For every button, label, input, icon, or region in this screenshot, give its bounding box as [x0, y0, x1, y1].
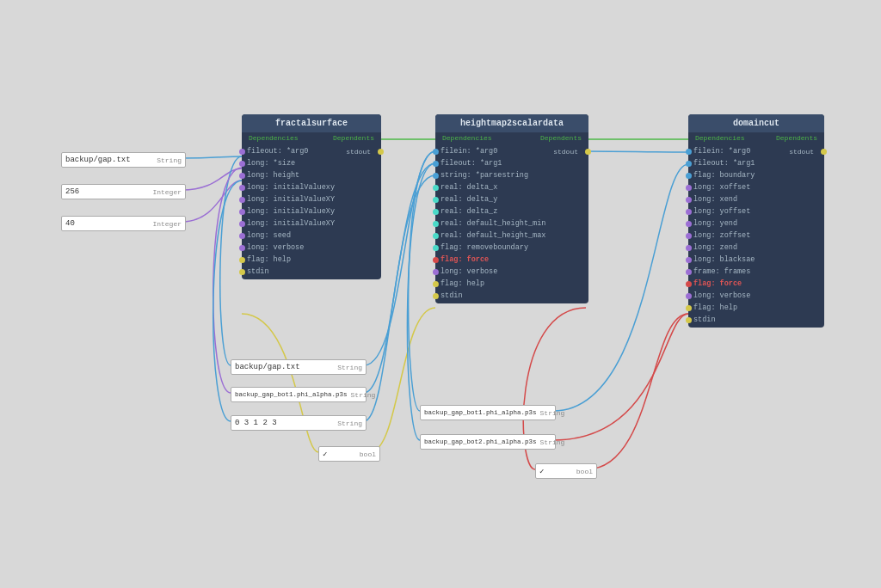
port-long-verbose-dc: long: verbose: [688, 290, 824, 302]
port-flag-force-dc: flag: force: [688, 278, 824, 290]
input-box-phi-alpha2[interactable]: backup_gap_bot1.phi_alpha.p3s String: [420, 405, 556, 420]
port-flag-help: flag: help: [242, 254, 381, 266]
type-label: String: [337, 420, 362, 427]
port-long-zend: long: zend: [688, 242, 824, 254]
port-dot: [433, 173, 439, 179]
port-dot: [686, 257, 692, 263]
port-dot-purple: [239, 149, 245, 155]
port-dot: [686, 269, 692, 275]
port-dot: [239, 173, 245, 179]
port-long-initialvalueXY: long: initialValueXY: [242, 193, 381, 205]
node-title-fractalsurface: fractalsurface: [242, 114, 381, 132]
port-dot: [433, 209, 439, 215]
node-domaincut: domaincut Dependencies Dependents filein…: [688, 114, 824, 328]
node-heightmap2scalardata: heightmap2scalardata Dependencies Depend…: [435, 114, 588, 303]
port-filein-arg0-dc: filein: *arg0 stdout: [688, 145, 824, 157]
port-flag-removeboundary: flag: removeboundary: [435, 242, 588, 254]
port-flag-help-hm: flag: help: [435, 278, 588, 290]
input-box-backup-gap2[interactable]: backup/gap.txt String: [231, 359, 367, 375]
type-label: String: [540, 438, 565, 446]
port-long-initialvalueXY2: long: initialValueXY: [242, 217, 381, 230]
port-dot: [433, 221, 439, 227]
port-real-defaultheightmin: real: default_height_min: [435, 217, 588, 230]
port-frame-frames: frame: frames: [688, 266, 824, 278]
port-long-xoffset: long: xoffset: [688, 181, 824, 193]
port-flag-force-hm: flag: force: [435, 254, 588, 266]
port-dot: [686, 293, 692, 299]
port-real-deltaz: real: delta_z: [435, 205, 588, 217]
input-box-0-3-1-2-3[interactable]: 0 3 1 2 3 String: [231, 415, 367, 431]
port-dot: [239, 257, 245, 263]
port-dot: [239, 221, 245, 227]
input-value: backup/gap.txt: [235, 363, 300, 371]
port-dot: [239, 161, 245, 167]
node-title-heightmap: heightmap2scalardata: [435, 114, 588, 132]
type-label: String: [351, 391, 376, 399]
port-long-verbose-hm: long: verbose: [435, 266, 588, 278]
node-title-domaincut: domaincut: [688, 114, 824, 132]
input-value: backup_gap_bot2.phi_alpha.p3s: [424, 438, 537, 445]
input-value: 256: [65, 187, 79, 196]
type-label: String: [337, 364, 362, 371]
input-box-bool2[interactable]: ✓ bool: [535, 463, 597, 479]
port-long-blacksae: long: blacksae: [688, 254, 824, 266]
port-flag-boundary: flag: boundary: [688, 169, 824, 181]
port-dot: [433, 149, 439, 155]
port-long-xend: long: xend: [688, 193, 824, 205]
input-box-40[interactable]: 40 Integer: [61, 216, 186, 231]
port-dot-stdout-dc: [821, 149, 827, 155]
input-box-256[interactable]: 256 Integer: [61, 184, 186, 199]
port-dot: [686, 149, 692, 155]
port-fileout-arg1-dc: fileout: *arg1: [688, 157, 824, 169]
port-fileout-arg0: fileout: *arg0 stdout: [242, 145, 381, 157]
input-box-phi-alpha1[interactable]: backup_gap_bot1.phi_alpha.p3s String: [231, 387, 367, 402]
port-dot: [686, 281, 692, 287]
port-dot: [686, 185, 692, 191]
input-value: backup_gap_bot1.phi_alpha.p3s: [424, 409, 537, 416]
input-value: backup/gap.txt: [65, 156, 131, 164]
input-value: 40: [65, 219, 75, 228]
port-dot: [686, 233, 692, 239]
port-dot: [686, 305, 692, 311]
port-dot: [239, 185, 245, 191]
port-dot: [239, 245, 245, 251]
port-fileout-arg1-hm: fileout: *arg1: [435, 157, 588, 169]
port-dot: [433, 233, 439, 239]
input-value: 0 3 1 2 3: [235, 419, 277, 427]
input-box-phi-alpha3[interactable]: backup_gap_bot2.phi_alpha.p3s String: [420, 434, 556, 450]
port-dot: [686, 209, 692, 215]
port-long-initialvalueXy: long: initialValueXy: [242, 205, 381, 217]
type-label: Integer: [152, 220, 182, 228]
input-box-bool1[interactable]: ✓ bool: [318, 446, 380, 462]
port-dot: [433, 269, 439, 275]
port-long-verbose: long: verbose: [242, 242, 381, 254]
port-dot: [433, 245, 439, 251]
port-real-deltax: real: delta_x: [435, 181, 588, 193]
port-dot: [686, 317, 692, 323]
port-dot: [686, 245, 692, 251]
type-label: String: [540, 409, 565, 417]
port-stdin-hm: stdin: [435, 290, 588, 302]
port-dot: [686, 173, 692, 179]
port-long-zoffset: long: zoffset: [688, 230, 824, 242]
port-dot: [433, 161, 439, 167]
port-real-deltay: real: delta_y: [435, 193, 588, 205]
input-box-backup-gap[interactable]: backup/gap.txt String: [61, 152, 186, 168]
port-dot-stdout: [378, 149, 384, 155]
type-label: bool: [576, 468, 593, 475]
input-value: ✓: [323, 450, 327, 459]
input-value: backup_gap_bot1.phi_alpha.p3s: [235, 391, 348, 398]
node-canvas: backup/gap.txt String 256 Integer 40 Int…: [0, 0, 881, 588]
type-label: String: [157, 156, 182, 164]
port-stdin-dc: stdin: [688, 314, 824, 326]
port-filein-arg0-hm: filein: *arg0 stdout: [435, 145, 588, 157]
port-long-height: long: height: [242, 169, 381, 181]
port-dot: [433, 197, 439, 203]
port-dot: [433, 293, 439, 299]
port-long-yend: long: yend: [688, 217, 824, 230]
port-long-initialvaluexy: long: initialValuexy: [242, 181, 381, 193]
type-label: bool: [360, 450, 376, 458]
input-value: ✓: [539, 467, 544, 476]
port-string-parsestring: string: *parsestring: [435, 169, 588, 181]
port-dot: [686, 221, 692, 227]
